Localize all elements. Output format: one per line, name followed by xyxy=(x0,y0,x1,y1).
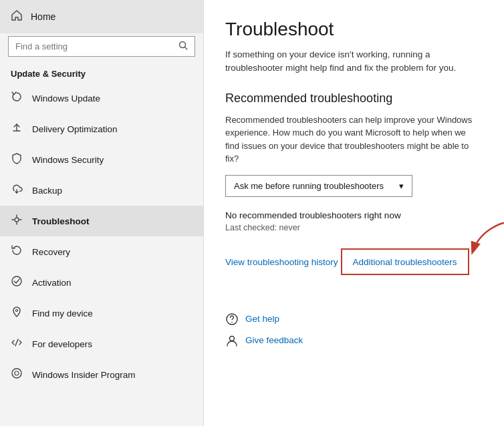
svg-point-14 xyxy=(15,371,19,375)
main-content: Troubleshoot If something on your device… xyxy=(204,0,504,426)
sidebar-item-for-developers[interactable]: For developers xyxy=(0,329,203,359)
svg-point-10 xyxy=(12,276,21,286)
sidebar-item-activation[interactable]: Activation xyxy=(0,267,203,298)
svg-point-11 xyxy=(16,310,18,312)
activation-icon xyxy=(11,275,23,290)
footer-links: Get help Give feedback xyxy=(225,312,483,347)
search-input[interactable] xyxy=(15,41,173,51)
sidebar-item-find-my-device[interactable]: Find my device xyxy=(0,298,203,329)
sidebar-item-windows-security[interactable]: Windows Security xyxy=(0,144,203,175)
sidebar-item-windows-update[interactable]: Windows Update xyxy=(0,83,203,114)
last-checked-text: Last checked: never xyxy=(225,223,483,232)
search-icon xyxy=(178,41,188,52)
svg-point-19 xyxy=(230,336,235,341)
recommended-section-title: Recommended troubleshooting xyxy=(225,91,483,105)
windows-security-icon xyxy=(11,152,23,167)
sidebar-item-troubleshoot[interactable]: Troubleshoot xyxy=(0,206,203,236)
sidebar-label-for-developers: For developers xyxy=(32,339,92,349)
home-label: Home xyxy=(31,11,55,22)
delivery-optimization-icon xyxy=(11,122,23,136)
svg-point-18 xyxy=(231,321,233,323)
give-feedback-icon xyxy=(225,334,239,347)
sidebar-label-troubleshoot: Troubleshoot xyxy=(32,216,90,226)
backup-icon xyxy=(11,183,23,198)
troubleshoot-icon xyxy=(11,214,23,228)
section-title: Update & Security xyxy=(0,62,203,83)
recovery-icon xyxy=(11,244,23,259)
sidebar-label-backup: Backup xyxy=(32,186,62,196)
recommended-section-desc: Recommended troubleshooters can help imp… xyxy=(225,114,479,166)
home-icon xyxy=(11,9,23,24)
sidebar-label-windows-insider: Windows Insider Program xyxy=(32,370,136,380)
sidebar-label-activation: Activation xyxy=(32,278,72,288)
sidebar-label-find-my-device: Find my device xyxy=(32,308,93,318)
svg-line-1 xyxy=(185,47,188,50)
sidebar-item-windows-insider[interactable]: Windows Insider Program xyxy=(0,359,203,390)
additional-troubleshooters-box[interactable]: Additional troubleshooters xyxy=(341,248,469,275)
sidebar-label-windows-update: Windows Update xyxy=(32,93,100,103)
view-history-link[interactable]: View troubleshooting history xyxy=(225,257,338,267)
sidebar-item-home[interactable]: Home xyxy=(0,0,203,33)
for-developers-icon xyxy=(11,337,23,351)
sidebar-item-backup[interactable]: Backup xyxy=(0,175,203,206)
sidebar-label-delivery-optimization: Delivery Optimization xyxy=(32,124,118,134)
no-troubleshooters-text: No recommended troubleshooters right now xyxy=(225,210,483,220)
sidebar: Home Update & Security Windows Update xyxy=(0,0,204,426)
search-box[interactable] xyxy=(8,36,195,57)
sidebar-item-delivery-optimization[interactable]: Delivery Optimization xyxy=(0,114,203,144)
svg-point-13 xyxy=(12,369,21,378)
find-my-device-icon xyxy=(11,306,23,321)
svg-point-5 xyxy=(15,218,19,222)
sidebar-label-windows-security: Windows Security xyxy=(32,155,104,165)
page-title: Troubleshoot xyxy=(225,19,483,40)
chevron-down-icon: ▾ xyxy=(399,181,404,191)
give-feedback-link[interactable]: Give feedback xyxy=(225,334,483,347)
dropdown-value: Ask me before running troubleshooters xyxy=(234,181,384,191)
get-help-label: Get help xyxy=(245,314,279,324)
additional-troubleshooters-link[interactable]: Additional troubleshooters xyxy=(353,257,457,267)
get-help-link[interactable]: Get help xyxy=(225,312,483,326)
sidebar-label-recovery: Recovery xyxy=(32,247,70,257)
page-description: If something on your device isn't workin… xyxy=(225,48,479,75)
windows-update-icon xyxy=(11,91,23,105)
windows-insider-icon xyxy=(11,367,23,382)
sidebar-item-recovery[interactable]: Recovery xyxy=(0,236,203,267)
svg-line-12 xyxy=(15,339,18,346)
get-help-icon xyxy=(225,312,239,326)
troubleshooter-dropdown[interactable]: Ask me before running troubleshooters ▾ xyxy=(225,175,412,197)
give-feedback-label: Give feedback xyxy=(245,335,303,345)
